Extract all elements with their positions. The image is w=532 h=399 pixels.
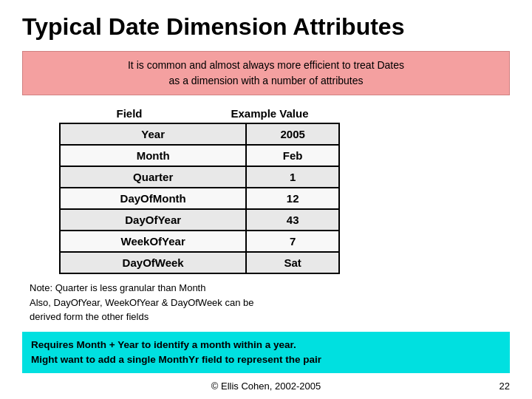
table-row: MonthFeb	[60, 145, 339, 166]
info-line2: as a dimension with a number of attribut…	[168, 75, 363, 86]
footer: © Ellis Cohen, 2002-2005 22	[22, 381, 510, 392]
field-cell: Month	[60, 145, 246, 166]
value-cell: 12	[246, 188, 339, 209]
value-cell: 43	[246, 209, 339, 231]
note-line2: Also, DayOfYear, WeekOfYear & DayOfWeek …	[30, 297, 254, 308]
cyan-line1: Requires Month + Year to identify a mont…	[31, 339, 296, 350]
field-cell: DayOfMonth	[60, 188, 246, 209]
table-headers: Field Example Value	[59, 106, 340, 121]
note-line1: Note: Quarter is less granular than Mont…	[30, 282, 205, 293]
col2-header: Example Value	[200, 106, 340, 121]
field-cell: WeekOfYear	[60, 231, 246, 252]
note-line3: derived form the other fields	[30, 311, 149, 322]
col1-header: Field	[59, 106, 200, 121]
field-cell: Quarter	[60, 166, 246, 188]
page-title: Typical Date Dimension Attributes	[22, 13, 510, 41]
page: Typical Date Dimension Attributes It is …	[0, 0, 532, 399]
cyan-line2: Might want to add a single MonthYr field…	[31, 354, 321, 365]
value-cell: 2005	[246, 123, 339, 145]
value-cell: Sat	[246, 252, 339, 273]
field-cell: Year	[60, 123, 246, 145]
info-box: It is common and almost always more effi…	[22, 51, 510, 95]
page-number: 22	[499, 381, 510, 392]
table-row: Quarter1	[60, 166, 339, 188]
note-section: Note: Quarter is less granular than Mont…	[22, 281, 510, 324]
table-row: DayOfYear43	[60, 209, 339, 231]
field-cell: DayOfYear	[60, 209, 246, 231]
field-cell: DayOfWeek	[60, 252, 246, 273]
value-cell: Feb	[246, 145, 339, 166]
copyright: © Ellis Cohen, 2002-2005	[211, 381, 321, 392]
info-line1: It is common and almost always more effi…	[128, 59, 404, 71]
value-cell: 1	[246, 166, 339, 188]
cyan-box: Requires Month + Year to identify a mont…	[22, 332, 510, 374]
table-row: Year2005	[60, 123, 339, 145]
value-cell: 7	[246, 231, 339, 252]
table-row: DayOfMonth12	[60, 188, 339, 209]
table-row: WeekOfYear7	[60, 231, 339, 252]
table-row: DayOfWeekSat	[60, 252, 339, 273]
data-table: Year2005MonthFebQuarter1DayOfMonth12DayO…	[59, 123, 340, 274]
